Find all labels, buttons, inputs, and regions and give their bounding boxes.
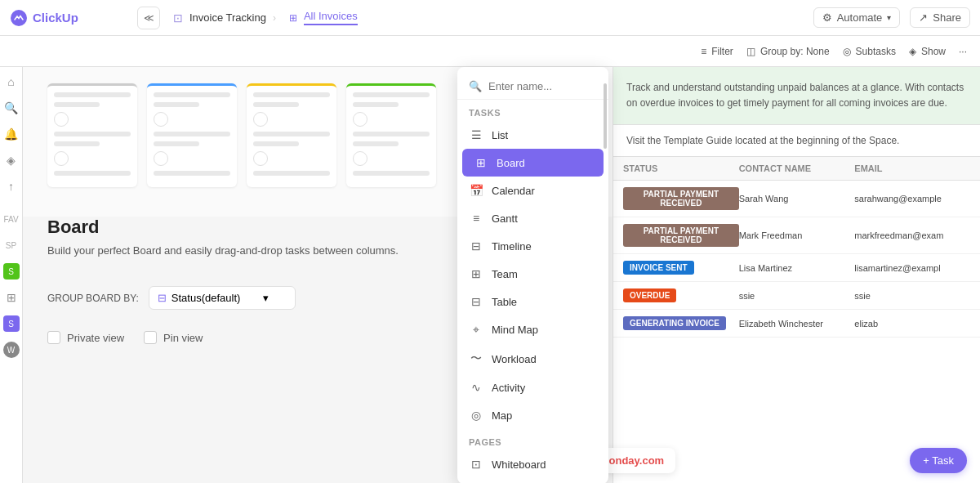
topbar-actions: ⚙ Automate ▾ ↗ Share [813, 7, 970, 28]
private-view-checkbox[interactable]: Private view [47, 331, 124, 344]
breadcrumb-invoice-tracking[interactable]: Invoice Tracking [189, 11, 266, 24]
filter-icon: ≡ [701, 46, 706, 57]
group-icon: ◫ [746, 46, 755, 57]
invoice-table: STATUS CONTACT NAME EMAIL PARTIAL PAYMEN… [613, 157, 980, 338]
td-contact: Mark Freedman [739, 230, 855, 240]
th-status: STATUS [623, 163, 739, 173]
calendar-icon: 📅 [469, 184, 483, 197]
workload-label: Workload [492, 353, 537, 365]
breadcrumb-icon: ⊡ [173, 11, 183, 25]
sidebar-home-icon[interactable]: ⌂ [3, 74, 20, 90]
table-row: PARTIAL PAYMENT RECEIVED Sarah Wang sara… [613, 181, 980, 217]
gantt-label: Gantt [492, 212, 518, 225]
show-icon: ◈ [909, 46, 916, 57]
automate-chevron-icon: ▾ [887, 13, 891, 22]
table-header: STATUS CONTACT NAME EMAIL [613, 157, 980, 181]
automate-icon: ⚙ [822, 11, 832, 24]
subtasks-icon: ◎ [843, 46, 851, 57]
team-label: Team [492, 268, 518, 280]
group-by-label: GROUP BOARD BY: [47, 293, 139, 304]
menu-item-map[interactable]: ◎ Map [457, 401, 608, 429]
calendar-label: Calendar [492, 185, 535, 197]
td-contact: ssie [739, 291, 855, 301]
right-description-text: Track and understand outstanding unpaid … [626, 80, 967, 111]
sidebar-collapse-button[interactable]: ≪ [137, 7, 160, 29]
sidebar-purple-s-icon[interactable]: S [3, 315, 20, 332]
td-email: elizab [854, 319, 970, 329]
menu-item-gantt[interactable]: ≡ Gantt [457, 204, 608, 232]
td-email: lisamartinez@exampl [854, 263, 970, 273]
th-email: EMAIL [854, 163, 970, 173]
td-contact: Sarah Wang [739, 194, 855, 203]
menu-item-workload[interactable]: 〜 Workload [457, 344, 608, 373]
tab-all-invoices[interactable]: All Invoices [304, 10, 358, 25]
pages-section-label: PAGES [457, 429, 608, 450]
sidebar-bell-icon[interactable]: 🔔 [3, 126, 20, 142]
list-icon: ☰ [469, 128, 483, 141]
private-view-box[interactable] [47, 331, 60, 344]
pin-view-checkbox[interactable]: Pin view [144, 331, 203, 344]
group-by-select[interactable]: ⊟ Status(default) ▾ [149, 286, 296, 310]
share-button[interactable]: ↗ Share [910, 7, 970, 28]
breadcrumb-separator: › [273, 12, 276, 24]
board-label: Board [497, 157, 525, 169]
td-status: PARTIAL PAYMENT RECEIVED [623, 224, 739, 247]
view-selector-dropdown: 🔍 TASKS ☰ List ⊞ Board 📅 Calendar ≡ Gant… [457, 67, 608, 483]
table-row: INVOICE SENT Lisa Martinez lisamartinez@… [613, 254, 980, 282]
table-row: GENERATING INVOICE Elizabeth Winchester … [613, 310, 980, 338]
menu-item-table[interactable]: ⊟ Table [457, 288, 608, 315]
gantt-icon: ≡ [469, 212, 483, 225]
main-layout: ⌂ 🔍 🔔 ◈ ↑ FAV SP S ⊞ S W [0, 67, 980, 483]
clickup-logo-icon [10, 9, 28, 27]
td-status: PARTIAL PAYMENT RECEIVED [623, 187, 739, 210]
toolbar2-right: ≡ Filter ◫ Group by: None ◎ Subtasks ◈ S… [701, 46, 967, 57]
group-by-value: Status(default) [172, 292, 241, 304]
logo-area: ClickUp [10, 9, 124, 27]
menu-item-mindmap[interactable]: ⌖ Mind Map [457, 315, 608, 344]
sidebar-w-icon[interactable]: W [3, 342, 20, 358]
timeline-label: Timeline [492, 240, 532, 253]
td-status: GENERATING INVOICE [623, 316, 739, 330]
sidebar-color-s-icon[interactable]: S [3, 263, 20, 280]
menu-item-whiteboard[interactable]: ⊡ Whiteboard [457, 450, 608, 478]
scrollbar-track[interactable] [604, 67, 607, 483]
activity-label: Activity [492, 382, 525, 394]
pin-view-box[interactable] [144, 331, 157, 344]
scrollbar-thumb[interactable] [604, 83, 607, 149]
tab-grid-icon: ⊞ [289, 12, 297, 24]
filter-button[interactable]: ≡ Filter [701, 46, 733, 57]
board-column-3 [247, 83, 336, 187]
sidebar-search-icon[interactable]: 🔍 [3, 100, 20, 116]
sidebar-up-icon[interactable]: ↑ [3, 178, 20, 195]
timeline-icon: ⊟ [469, 239, 483, 253]
whiteboard-icon: ⊡ [469, 458, 483, 471]
mindmap-icon: ⌖ [469, 323, 483, 337]
sidebar-grid-icon[interactable]: ⊞ [3, 289, 20, 306]
subtasks-button[interactable]: ◎ Subtasks [843, 46, 896, 57]
mindmap-label: Mind Map [492, 324, 538, 336]
menu-item-team[interactable]: ⊞ Team [457, 260, 608, 288]
table-icon: ⊟ [469, 295, 483, 308]
right-description: Track and understand outstanding unpaid … [613, 67, 980, 125]
menu-item-board[interactable]: ⊞ Board [462, 149, 604, 177]
map-label: Map [492, 409, 512, 422]
workload-icon: 〜 [469, 351, 483, 366]
menu-item-calendar[interactable]: 📅 Calendar [457, 177, 608, 204]
menu-item-activity[interactable]: ∿ Activity [457, 373, 608, 401]
board-column-1 [47, 83, 137, 187]
sidebar-pulse-icon[interactable]: ◈ [3, 152, 20, 168]
map-icon: ◎ [469, 409, 483, 422]
menu-item-timeline[interactable]: ⊟ Timeline [457, 232, 608, 260]
td-contact: Elizabeth Winchester [739, 319, 855, 329]
menu-item-list[interactable]: ☰ List [457, 121, 608, 149]
right-note: Visit the Template Guide located at the … [613, 125, 980, 157]
automate-button[interactable]: ⚙ Automate ▾ [813, 7, 901, 28]
show-button[interactable]: ◈ Show [909, 46, 946, 57]
group-by-button[interactable]: ◫ Group by: None [746, 46, 830, 57]
add-task-button[interactable]: + Task [910, 448, 967, 473]
group-by-grid-icon: ⊟ [158, 292, 167, 304]
search-magnifier-icon: 🔍 [469, 80, 482, 92]
td-status: OVERDUE [623, 288, 739, 302]
view-search-input[interactable] [488, 80, 597, 92]
more-options-button[interactable]: ··· [959, 46, 967, 57]
